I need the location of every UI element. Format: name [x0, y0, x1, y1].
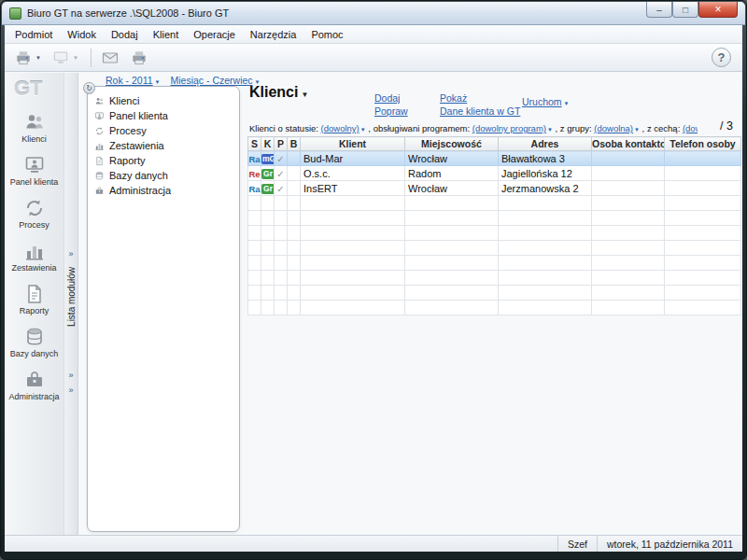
maximize-button[interactable]: □	[672, 2, 698, 18]
dropdown-arrow-icon: ▼	[73, 55, 78, 61]
empty-cell	[405, 286, 499, 301]
show-client-link[interactable]: Pokaż	[440, 92, 467, 104]
add-client-link[interactable]: Dodaj	[374, 92, 400, 104]
empty-row[interactable]	[248, 211, 741, 226]
toolbar: ▼ ▼ ?	[5, 44, 742, 72]
run-menu-link[interactable]: Uruchom▼	[522, 92, 570, 109]
menu-item-narzedzia[interactable]: Narzędzia	[243, 27, 304, 42]
dropdown-arrow-icon[interactable]: ▼	[634, 127, 640, 133]
filter-status-dropdown[interactable]: (dowolny)	[321, 123, 359, 133]
navigation-tree-panel: Klienci Panel klienta Procesy Zestawieni…	[87, 86, 240, 532]
help-button[interactable]: ?	[712, 48, 731, 67]
empty-cell	[288, 271, 301, 286]
year-selector-link[interactable]: Rok - 2011	[106, 75, 153, 86]
client-data-gt-link[interactable]: Dane klienta w GT	[440, 105, 520, 117]
empty-cell	[248, 196, 261, 211]
minimize-button[interactable]: –	[646, 2, 672, 18]
module-raporty[interactable]: Raporty	[5, 283, 63, 315]
module-label: Bazy danych	[5, 349, 63, 358]
b-cell	[288, 181, 301, 196]
column-header-klient[interactable]: Klient	[301, 137, 405, 151]
month-selector-link[interactable]: Miesiąc - Czerwiec	[170, 75, 252, 86]
menu-item-widok[interactable]: Widok	[60, 27, 104, 42]
menubar: Podmiot Widok Dodaj Klient Operacje Narz…	[5, 25, 742, 44]
menu-item-pomoc[interactable]: Pomoc	[303, 27, 350, 42]
refresh-button[interactable]: ↻	[83, 82, 95, 94]
client-panel-icon	[94, 111, 105, 121]
empty-cell	[665, 256, 741, 271]
module-klienci[interactable]: Klienci	[5, 111, 63, 144]
dropdown-arrow-icon[interactable]: ▼	[360, 127, 366, 133]
filter-feature-dropdown[interactable]: (dowolna)	[683, 123, 698, 133]
column-header-miejscowosc[interactable]: Miejscowość	[405, 137, 499, 151]
tree-item-klienci[interactable]: Klienci	[88, 93, 239, 108]
dropdown-arrow-icon[interactable]: ▼	[155, 79, 161, 85]
module-bazy-danych[interactable]: Bazy danych	[5, 326, 63, 358]
table-row[interactable]: Re Gr ✓ O.s.c. Radom Jagiellońska 12	[248, 166, 741, 181]
empty-cell	[275, 271, 288, 286]
module-procesy[interactable]: Procesy	[5, 197, 63, 230]
column-header-osoba[interactable]: Osoba kontaktowa	[592, 137, 665, 151]
expand-chevron-icon[interactable]: »	[64, 248, 78, 259]
column-header-adres[interactable]: Adres	[499, 137, 592, 151]
empty-row[interactable]	[248, 196, 741, 211]
window-frame: Biuro GT na serwerze .\SQL2008 - Biuro G…	[0, 0, 747, 560]
dropdown-arrow-icon[interactable]: ▼	[255, 79, 261, 85]
menu-item-operacje[interactable]: Operacje	[186, 27, 243, 42]
empty-cell	[665, 196, 741, 211]
expand-chevron-icon[interactable]: »	[64, 370, 78, 381]
menu-item-klient[interactable]: Klient	[146, 27, 187, 42]
empty-row[interactable]	[248, 286, 741, 301]
menu-item-dodaj[interactable]: Dodaj	[104, 27, 146, 42]
gt-logo: GT	[14, 77, 63, 101]
tree-item-panel-klienta[interactable]: Panel klienta	[88, 108, 239, 123]
filter-program-dropdown[interactable]: (dowolny program)	[472, 123, 546, 133]
column-header-telefon[interactable]: Telefon osoby	[665, 137, 741, 151]
module-panel-klienta[interactable]: Panel klienta	[5, 154, 63, 187]
dropdown-arrow-icon[interactable]: ▼	[547, 127, 553, 133]
close-button[interactable]: ×	[698, 2, 738, 18]
empty-row[interactable]	[248, 241, 741, 256]
column-header-k[interactable]: K	[261, 137, 275, 151]
empty-cell	[301, 241, 405, 256]
phone-cell	[665, 151, 741, 166]
empty-row[interactable]	[248, 226, 741, 241]
window-body: Podmiot Widok Dodaj Klient Operacje Narz…	[5, 25, 742, 552]
module-list-strip-label[interactable]: Lista modułów	[66, 267, 77, 327]
empty-cell	[301, 286, 405, 301]
column-header-b[interactable]: B	[288, 137, 301, 151]
table-row[interactable]: Ra Gr ✓ InsERT Wrocław Jerzmanowska 2	[248, 181, 741, 196]
tree-item-label: Zestawienia	[109, 140, 164, 151]
empty-row[interactable]	[248, 271, 741, 286]
client-name-cell: O.s.c.	[301, 166, 405, 181]
toolbar-workstation-button[interactable]: ▼	[48, 47, 82, 69]
refresh-icon: ↻	[86, 84, 92, 92]
empty-cell	[261, 301, 275, 315]
menu-item-podmiot[interactable]: Podmiot	[7, 27, 60, 42]
column-header-p[interactable]: P	[275, 137, 288, 151]
table-row[interactable]: Ra mG ✓ Bud-Mar Wrocław Bławatkowa 3	[248, 151, 741, 166]
empty-cell	[592, 196, 665, 211]
empty-row[interactable]	[248, 301, 741, 315]
filter-program-label: , obsługiwani programem:	[368, 123, 470, 133]
filter-group-dropdown[interactable]: (dowolna)	[594, 123, 633, 133]
tree-item-zestawienia[interactable]: Zestawienia	[88, 138, 239, 153]
toolbar-mail-button[interactable]	[97, 47, 123, 69]
empty-cell	[665, 271, 741, 286]
toolbar-device-button[interactable]	[126, 47, 152, 69]
empty-cell	[301, 226, 405, 241]
titlebar[interactable]: Biuro GT na serwerze .\SQL2008 - Biuro G…	[2, 2, 745, 25]
expand-chevron-icon[interactable]: »	[64, 385, 78, 396]
tree-item-raporty[interactable]: Raporty	[88, 153, 239, 168]
tree-item-bazy-danych[interactable]: Bazy danych	[88, 168, 239, 183]
edit-client-link[interactable]: Popraw	[374, 105, 408, 117]
page-title-dropdown[interactable]: Klienci ▼	[249, 84, 308, 101]
tree-item-administracja[interactable]: Administracja	[88, 183, 239, 198]
module-zestawienia[interactable]: Zestawienia	[5, 240, 63, 273]
toolbar-print-button[interactable]: ▼	[10, 47, 45, 69]
minimize-icon: –	[656, 5, 662, 15]
column-header-s[interactable]: S	[248, 137, 261, 151]
tree-item-procesy[interactable]: Procesy	[88, 123, 239, 138]
module-administracja[interactable]: Administracja	[5, 369, 63, 401]
empty-row[interactable]	[248, 256, 741, 271]
